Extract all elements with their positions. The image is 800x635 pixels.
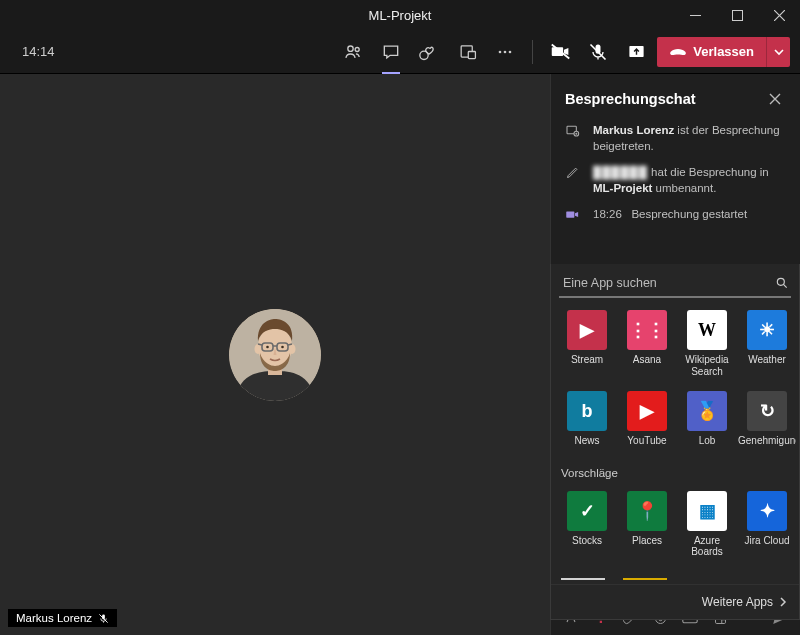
svg-point-9 bbox=[509, 50, 512, 53]
app-search-input[interactable] bbox=[561, 273, 775, 293]
app-tile-azure-boards[interactable]: ▦Azure Boards bbox=[679, 491, 735, 558]
hangup-icon bbox=[669, 43, 687, 61]
app-tile-asana[interactable]: ⋮⋮Asana bbox=[619, 310, 675, 377]
chat-title: Besprechungschat bbox=[565, 91, 696, 107]
app-label: Genehmigungen bbox=[738, 435, 796, 447]
app-label: Places bbox=[632, 535, 662, 547]
chat-event-joined: Markus Lorenz ist der Besprechung beiget… bbox=[565, 122, 786, 154]
leave-button[interactable]: Verlassen bbox=[657, 37, 766, 67]
app-label: Asana bbox=[633, 354, 661, 366]
svg-point-3 bbox=[355, 47, 359, 51]
reactions-button[interactable] bbox=[412, 35, 446, 69]
svg-point-17 bbox=[289, 344, 296, 354]
svg-point-2 bbox=[348, 46, 353, 51]
camera-toggle[interactable] bbox=[543, 35, 577, 69]
minimize-button[interactable] bbox=[674, 0, 716, 30]
event-user-redacted: ██████ bbox=[593, 166, 648, 178]
svg-rect-1 bbox=[732, 10, 742, 20]
participant-avatar bbox=[229, 309, 321, 401]
app-tile-jira-cloud[interactable]: ✦Jira Cloud bbox=[739, 491, 795, 558]
more-apps-button[interactable]: Weitere Apps bbox=[551, 584, 799, 619]
tab-indicator-2 bbox=[623, 578, 667, 580]
app-label: Weather bbox=[748, 354, 786, 366]
app-icon: 🏅 bbox=[687, 391, 727, 431]
chat-close-button[interactable] bbox=[764, 88, 786, 110]
app-label: Jira Cloud bbox=[744, 535, 789, 547]
join-icon bbox=[565, 122, 583, 154]
app-label: Stream bbox=[571, 354, 603, 366]
app-tile-youtube[interactable]: ▶YouTube bbox=[619, 391, 675, 447]
maximize-button[interactable] bbox=[716, 0, 758, 30]
app-icon: ↻ bbox=[747, 391, 787, 431]
more-actions-button[interactable] bbox=[488, 35, 522, 69]
close-button[interactable] bbox=[758, 0, 800, 30]
app-tile-wikipedia-search[interactable]: WWikipedia Search bbox=[679, 310, 735, 377]
leave-group: Verlassen bbox=[657, 37, 790, 67]
app-tile-stocks[interactable]: ✓Stocks bbox=[559, 491, 615, 558]
event-target: ML-Projekt bbox=[593, 182, 652, 194]
window-title: ML-Projekt bbox=[369, 8, 432, 23]
app-icon: ☀ bbox=[747, 310, 787, 350]
svg-point-4 bbox=[420, 51, 428, 59]
app-icon: ⋮⋮ bbox=[627, 310, 667, 350]
app-icon: ✦ bbox=[747, 491, 787, 531]
meeting-toolbar: 14:14 Verlassen bbox=[0, 30, 800, 74]
app-label: Stocks bbox=[572, 535, 602, 547]
event-text: hat die Besprechung in bbox=[648, 166, 769, 178]
title-bar: ML-Projekt bbox=[0, 0, 800, 30]
app-icon: ▶ bbox=[627, 391, 667, 431]
app-tile-news[interactable]: bNews bbox=[559, 391, 615, 447]
participants-button[interactable] bbox=[336, 35, 370, 69]
rooms-button[interactable] bbox=[450, 35, 484, 69]
chat-button[interactable] bbox=[374, 35, 408, 69]
mic-toggle[interactable] bbox=[581, 35, 615, 69]
svg-point-33 bbox=[777, 278, 784, 285]
video-stage: Markus Lorenz bbox=[0, 74, 550, 635]
app-tile-stream[interactable]: ▶Stream bbox=[559, 310, 615, 377]
app-search-field[interactable] bbox=[559, 270, 791, 298]
app-label: Lob bbox=[699, 435, 716, 447]
app-grid-recent: ▶Stream⋮⋮AsanaWWikipedia Search☀Weather bbox=[551, 304, 799, 385]
svg-point-16 bbox=[255, 344, 262, 354]
svg-rect-0 bbox=[690, 15, 701, 16]
app-label: News bbox=[574, 435, 599, 447]
edit-icon bbox=[565, 164, 583, 196]
app-label: YouTube bbox=[627, 435, 666, 447]
event-text: Besprechung gestartet bbox=[631, 208, 747, 220]
svg-rect-6 bbox=[468, 52, 475, 59]
svg-point-7 bbox=[499, 50, 502, 53]
app-icon: W bbox=[687, 310, 727, 350]
app-tile-lob[interactable]: 🏅Lob bbox=[679, 391, 735, 447]
svg-point-20 bbox=[266, 345, 269, 348]
participant-name: Markus Lorenz bbox=[16, 612, 92, 624]
chat-events: Markus Lorenz ist der Besprechung beiget… bbox=[551, 122, 800, 236]
app-label: Wikipedia Search bbox=[679, 354, 735, 377]
app-icon: 📍 bbox=[627, 491, 667, 531]
app-label: Azure Boards bbox=[679, 535, 735, 558]
app-icon: ▦ bbox=[687, 491, 727, 531]
app-grid-recent-2: bNews▶YouTube🏅Lob↻Genehmigungen bbox=[551, 385, 799, 455]
app-tile-genehmigungen[interactable]: ↻Genehmigungen bbox=[739, 391, 795, 447]
chat-header: Besprechungschat bbox=[551, 74, 800, 122]
event-time: 18:26 bbox=[593, 208, 622, 220]
camera-icon bbox=[565, 206, 583, 222]
search-icon bbox=[775, 276, 789, 290]
chevron-down-icon bbox=[774, 47, 784, 57]
app-icon: ✓ bbox=[567, 491, 607, 531]
suggestions-heading: Vorschläge bbox=[551, 455, 799, 485]
event-user: Markus Lorenz bbox=[593, 124, 674, 136]
leave-menu-button[interactable] bbox=[766, 37, 790, 67]
event-text: umbenannt. bbox=[652, 182, 716, 194]
app-icon: b bbox=[567, 391, 607, 431]
leave-label: Verlassen bbox=[693, 44, 754, 59]
mic-muted-icon bbox=[98, 613, 109, 624]
svg-point-8 bbox=[504, 50, 507, 53]
app-tile-weather[interactable]: ☀Weather bbox=[739, 310, 795, 377]
share-button[interactable] bbox=[619, 35, 653, 69]
toolbar-divider bbox=[532, 40, 533, 64]
app-picker-flyout: ▶Stream⋮⋮AsanaWWikipedia Search☀Weather … bbox=[550, 264, 800, 620]
chat-event-renamed: ██████ hat die Besprechung in ML-Projekt… bbox=[565, 164, 786, 196]
chevron-right-icon bbox=[779, 597, 787, 607]
app-grid-suggestions: ✓Stocks📍Places▦Azure Boards✦Jira Cloud bbox=[551, 485, 799, 566]
app-tile-places[interactable]: 📍Places bbox=[619, 491, 675, 558]
